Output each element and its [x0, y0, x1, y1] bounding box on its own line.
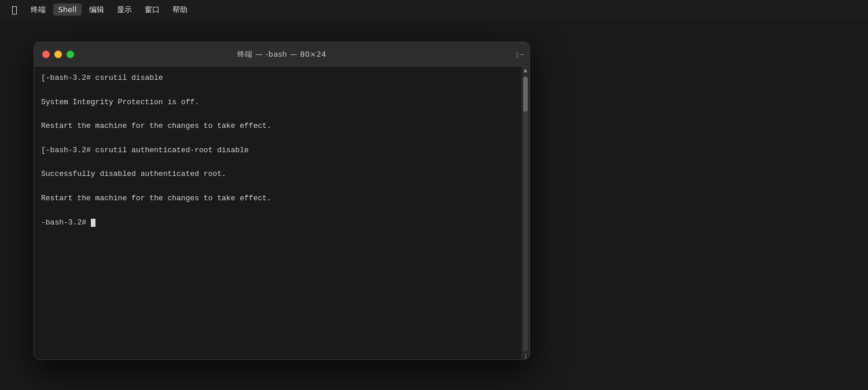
terminal-line-3: Restart the machine for the changes to t… — [41, 120, 514, 133]
scrollbar-track[interactable] — [523, 76, 528, 351]
menubar:  终端 Shell 编辑 显示 窗口 帮助 — [0, 0, 868, 19]
scroll-up-icon[interactable]: ] — [516, 50, 518, 58]
titlebar-scroll-controls: ] ─ — [516, 50, 524, 58]
menu-shell[interactable]: Shell — [53, 3, 82, 16]
menu-edit[interactable]: 编辑 — [84, 3, 109, 17]
list-icon: ─ — [520, 50, 524, 58]
terminal-line-6: Restart the machine for the changes to t… — [41, 193, 514, 205]
cursor — [91, 219, 95, 227]
traffic-lights — [42, 50, 74, 58]
menu-window[interactable]: 窗口 — [139, 3, 165, 17]
terminal-line-7: -bash-3.2# — [41, 217, 514, 229]
scrollbar: ▲ ] — [521, 67, 529, 359]
minimize-button[interactable] — [54, 50, 62, 58]
close-button[interactable] — [42, 50, 50, 58]
terminal-line-4: [-bash-3.2# csrutil authenticated-root d… — [41, 145, 514, 157]
terminal-content[interactable]: [-bash-3.2# csrutil disable System Integ… — [34, 67, 521, 359]
titlebar: 终端 — -bash — 80×24 ] ─ — [34, 42, 529, 67]
scrollbar-up-arrow[interactable]: ▲ — [524, 68, 528, 73]
terminal-body: [-bash-3.2# csrutil disable System Integ… — [34, 67, 529, 359]
menu-terminal[interactable]: 终端 — [25, 3, 51, 17]
menu-help[interactable]: 帮助 — [167, 3, 193, 17]
scrollbar-down-arrow[interactable]: ] — [524, 354, 527, 359]
terminal-window: 终端 — -bash — 80×24 ] ─ [-bash-3.2# csrut… — [34, 42, 530, 360]
maximize-button[interactable] — [67, 50, 74, 58]
apple-menu[interactable]:  — [6, 4, 23, 15]
scrollbar-thumb[interactable] — [523, 77, 528, 112]
terminal-line-5: Successfully disabled authenticated root… — [41, 168, 514, 181]
window-title: 终端 — -bash — 80×24 — [237, 49, 326, 60]
menu-display[interactable]: 显示 — [112, 3, 137, 17]
terminal-line-2: System Integrity Protection is off. — [41, 97, 514, 109]
terminal-line-1: [-bash-3.2# csrutil disable — [41, 72, 514, 84]
